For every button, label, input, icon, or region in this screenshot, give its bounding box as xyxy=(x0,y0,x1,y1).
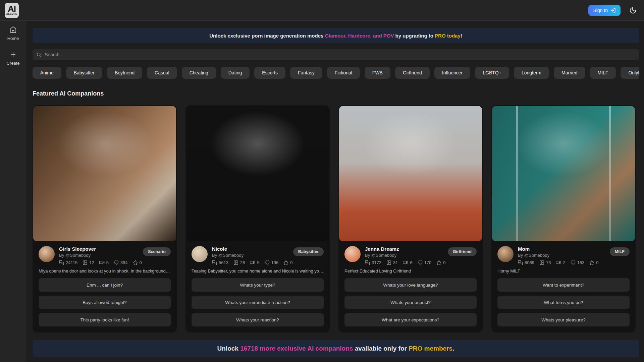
category-chip[interactable]: Girlfriend xyxy=(395,67,430,79)
sidebar: Home Create xyxy=(0,21,26,362)
heart-icon xyxy=(418,260,423,265)
theme-toggle-button[interactable] xyxy=(629,7,637,14)
category-chip[interactable]: Escorts xyxy=(254,67,285,79)
chats-stat: 3172 xyxy=(365,260,381,265)
upgrade-banner-text: Unlock 16718 more exclusive AI companion… xyxy=(217,345,454,352)
category-badge[interactable]: Girlfriend xyxy=(448,247,477,256)
category-chip[interactable]: Babysitter xyxy=(66,67,102,79)
allure-logo[interactable]: AI ALLURE xyxy=(5,3,19,18)
likes-stat: 170 xyxy=(418,260,432,265)
prompt-button[interactable]: What are your expectations? xyxy=(344,313,477,326)
companion-author: By @Somebody xyxy=(365,253,443,258)
prompt-buttons: Whats your love language? Whats your asp… xyxy=(344,278,477,326)
companion-image[interactable] xyxy=(186,106,329,241)
stars-stat: 0 xyxy=(133,260,142,265)
heart-icon xyxy=(114,260,119,265)
prompt-button[interactable]: Ehm ... can I join? xyxy=(39,278,171,292)
category-chip[interactable]: Longterm xyxy=(514,67,549,79)
star-icon xyxy=(589,260,594,265)
companion-name[interactable]: Mom xyxy=(518,246,605,252)
companion-author: By @Somebody xyxy=(212,253,289,258)
upgrade-banner-bottom[interactable]: Unlock 16718 more exclusive AI companion… xyxy=(33,340,639,357)
companion-author: By @Somebody xyxy=(59,253,139,258)
prompt-button[interactable]: Whats your aspect? xyxy=(344,296,477,309)
videos-stat: 6 xyxy=(403,260,412,265)
stars-stat: 0 xyxy=(436,260,445,265)
category-badge[interactable]: Babysitter xyxy=(293,247,324,256)
sign-in-button[interactable]: Sign In xyxy=(588,5,621,16)
companion-card: Jenna Dreamz By @Somebody 3172 31 6 170 … xyxy=(338,105,483,333)
companion-image[interactable] xyxy=(492,106,635,241)
videos-stat: 5 xyxy=(99,260,109,265)
main-content: Unlock exclusive porn image generation m… xyxy=(26,21,644,362)
category-chip[interactable]: MILF xyxy=(590,67,616,79)
avatar[interactable] xyxy=(497,246,514,262)
chats-stat: 5613 xyxy=(212,260,228,265)
companion-author: By @Somebody xyxy=(518,253,605,258)
prompt-button[interactable]: Whats your immediate reaction? xyxy=(192,296,324,309)
companion-card: Nicole By @Somebody 5613 28 5 196 0 Baby… xyxy=(185,105,330,333)
category-chip[interactable]: Casual xyxy=(147,67,177,79)
chats-stat: 8069 xyxy=(518,260,534,265)
category-chip[interactable]: Anime xyxy=(33,67,61,79)
plus-icon xyxy=(9,51,17,58)
category-chip[interactable]: Cheating xyxy=(182,67,216,79)
prompt-buttons: Whats your type? Whats your immediate re… xyxy=(192,278,324,326)
featured-cards-row: Girls Sleepover By @Somebody 24115 12 5 … xyxy=(33,105,639,333)
sidebar-item-create[interactable]: Create xyxy=(6,51,19,66)
likes-stat: 394 xyxy=(114,260,128,265)
likes-stat: 163 xyxy=(571,260,585,265)
chat-icon xyxy=(59,260,64,265)
companion-name[interactable]: Girls Sleepover xyxy=(59,246,139,252)
category-chip[interactable]: Boyfriend xyxy=(107,67,142,79)
prompt-button[interactable]: Want to experiment? xyxy=(497,278,630,292)
category-chip[interactable]: Dating xyxy=(221,67,250,79)
category-chip[interactable]: Fantasy xyxy=(290,67,322,79)
sidebar-item-home[interactable]: Home xyxy=(7,26,19,41)
moon-icon xyxy=(629,7,637,14)
category-badge[interactable]: Scenario xyxy=(143,247,171,256)
prompt-buttons: Want to experiment? What turns you on? W… xyxy=(497,278,630,326)
companion-card: Mom By @Somebody 8069 73 2 163 0 MILF xyxy=(491,105,636,333)
search-input[interactable] xyxy=(45,52,635,57)
category-chip[interactable]: Married xyxy=(554,67,585,79)
category-chip[interactable]: Influencer xyxy=(434,67,470,79)
stats-row: 8069 73 2 163 0 xyxy=(518,260,605,265)
prompt-button[interactable]: Whats your love language? xyxy=(344,278,477,292)
chat-icon xyxy=(518,260,523,265)
avatar[interactable] xyxy=(344,246,361,262)
category-chip[interactable]: Fictional xyxy=(327,67,360,79)
category-chip[interactable]: FWB xyxy=(365,67,390,79)
companion-name[interactable]: Nicole xyxy=(212,246,289,252)
images-stat: 31 xyxy=(386,260,398,265)
upgrade-banner-top[interactable]: Unlock exclusive porn image generation m… xyxy=(33,28,639,43)
category-badge[interactable]: MILF xyxy=(610,247,630,256)
category-chip[interactable]: LGBTQ+ xyxy=(475,67,509,79)
videos-stat: 2 xyxy=(556,260,565,265)
stats-row: 5613 28 5 196 0 xyxy=(212,260,289,265)
prompt-button[interactable]: Whats your pleasure? xyxy=(497,313,630,326)
prompt-button[interactable]: Whats your reaction? xyxy=(192,313,324,326)
companion-description: Perfect Educated Loving Girlfriend xyxy=(344,268,477,274)
companion-image[interactable] xyxy=(339,106,482,241)
prompt-button[interactable]: Boys allowed tonight? xyxy=(39,296,171,309)
images-stat: 73 xyxy=(539,260,551,265)
prompt-button[interactable]: This party looks like fun! xyxy=(39,313,171,326)
companion-card: Girls Sleepover By @Somebody 24115 12 5 … xyxy=(33,105,177,333)
prompt-button[interactable]: Whats your type? xyxy=(192,278,324,292)
category-chip[interactable]: OnlyFans xyxy=(621,67,639,79)
chat-icon xyxy=(365,260,370,265)
images-stat: 12 xyxy=(83,260,94,265)
logo-subtext: ALLURE xyxy=(6,12,17,15)
images-icon xyxy=(233,260,238,265)
prompt-button[interactable]: What turns you on? xyxy=(497,296,630,309)
companion-description: Teasing Babysitter, you come home alone … xyxy=(192,268,324,274)
star-icon xyxy=(436,260,441,265)
stats-row: 24115 12 5 394 0 xyxy=(59,260,139,265)
avatar[interactable] xyxy=(39,246,55,262)
video-icon xyxy=(250,260,255,265)
images-icon xyxy=(83,260,88,265)
companion-image[interactable] xyxy=(33,106,176,241)
avatar[interactable] xyxy=(192,246,208,262)
companion-name[interactable]: Jenna Dreamz xyxy=(365,246,443,252)
